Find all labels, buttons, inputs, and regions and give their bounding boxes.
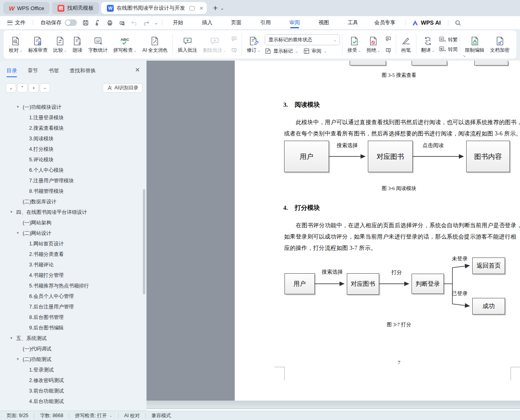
toc-item[interactable]: ▼ (二)功能测试 [0,354,144,365]
toc-item[interactable]: ▼ 7.注册用户管理模块 [0,175,144,186]
expand-all-button[interactable]: ⌄ [6,83,16,93]
menu-review[interactable]: 审阅 [284,16,306,29]
autosave-toggle[interactable]: 自动保存 [35,16,79,29]
menu-page[interactable]: 页面 [225,16,247,29]
toc-item[interactable]: ▼ 8.后台图书管理 [0,312,144,323]
toc-item[interactable]: ▼ 5.评论模块 [0,154,144,165]
ai-recognize-toc-button[interactable]: AI识别目录 [103,83,142,93]
to-simplified-button[interactable]: 繁 转简 [439,46,458,53]
expand-level-button[interactable]: ＋ [28,83,39,93]
caret-down-icon[interactable]: ▼ [10,207,13,217]
clipped-ribbon-button[interactable]: 文 [512,34,517,55]
toc-item[interactable]: ▼ 8.书籍管理模块 [0,186,144,196]
wps-ai-button[interactable]: WPS AI [407,19,446,26]
restrict-editing-button[interactable]: 限制编辑 [462,34,487,55]
toc-item[interactable]: ▼ 3.阅读模块 [0,133,144,144]
ink-pen-button[interactable]: 画笔 [398,34,414,55]
ai-polish-button[interactable]: AI 全文润色 [140,34,171,55]
file-menu[interactable]: 文件 [0,16,31,29]
caret-down-icon[interactable]: ▼ [16,102,19,112]
delete-comment-button[interactable]: 删除批注⌄ [200,34,229,55]
page-indicator[interactable]: 页面: 9/25 [6,412,28,419]
document-page[interactable]: 图 3-5 搜索查看 3.阅读模块 此模块中，用户可以通过直接查看找到图书然后进… [235,61,520,401]
show-marks-button[interactable]: 显示标记⌄ [265,48,298,55]
dialog-launcher-icon[interactable]: ↘ [463,54,466,58]
toc-item[interactable]: ▼ 2.搜索查看模块 [0,123,144,133]
toc-item[interactable]: ▼ (二)网站设计 [0,228,144,238]
toc-item[interactable]: ▼ 2.修改密码测试 [0,375,144,386]
read-aloud-button[interactable]: 朗读 [70,34,85,55]
toc-item[interactable]: ▼ 4.打分模块 [0,144,144,154]
toc-item[interactable]: ▼ 3.书籍评论 [0,260,144,270]
proofread-button[interactable]: 校对⌄ [6,34,25,55]
redo-button[interactable] [140,16,152,29]
toc-item[interactable]: ▼ (二)数据库设计 [0,196,144,207]
new-tab-button[interactable]: + [213,3,218,13]
translate-button[interactable]: 文A 翻译⌄ [418,34,438,55]
toc-item[interactable]: ▼ 4.书籍打分管理 [0,270,144,281]
next-comment-icon[interactable] [230,46,239,54]
word-count-indicator[interactable]: 字数: 8668 [40,412,63,419]
toc-item[interactable]: ▼ 1.注册登录模块 [0,112,144,123]
float-window-icon[interactable] [189,6,195,11]
menu-tools[interactable]: 工具 [342,16,364,29]
sidebar-scrollbar[interactable] [143,189,145,294]
sidebar-tab-contents[interactable]: 目录 [6,67,17,74]
standard-review-button[interactable]: 标准审查 [25,34,51,55]
toc-item[interactable]: ▼ 四、在线图书阅读平台详细设计 [0,207,144,217]
close-sidebar-icon[interactable]: ✕ [135,66,140,74]
collapse-all-button[interactable]: ⌃ [17,83,28,93]
toc-item[interactable]: ▼ (一)网站架构 [0,217,144,228]
accept-button[interactable]: 接受⌄ [344,34,364,55]
sidebar-tab-chapters[interactable]: 章节 [28,67,38,74]
save-button[interactable] [79,16,91,29]
to-traditional-button[interactable]: 简 转繁 [439,36,458,43]
menu-reference[interactable]: 引用 [255,16,276,29]
toc-item[interactable]: ▼ 五、系统测试 [0,333,144,344]
export-pdf-button[interactable] [91,16,104,29]
toc-item[interactable]: ▼ 6.个人中心模块 [0,165,144,175]
menu-home[interactable]: 开始 [167,16,189,29]
tab-list-chevron-icon[interactable]: ⌄ [220,6,224,11]
sidebar-tab-bookmarks[interactable]: 书签 [49,67,59,74]
review-pane-button[interactable]: 审阅⌄ [303,48,327,55]
toc-item[interactable]: ▼ 9.后台图书编辑 [0,323,144,333]
tab-docer-template[interactable]: 稻 找稻壳模板 [52,2,99,14]
menu-view[interactable]: 视图 [313,16,335,29]
toc-item[interactable]: ▼ (一)代码调试 [0,344,144,354]
menu-member[interactable]: 会员专享 [369,16,401,29]
spell-check-button[interactable]: ABC 拼写检查⌄ [110,34,140,55]
insert-comment-button[interactable]: 插入批注 [175,34,200,55]
next-change-icon[interactable] [384,46,393,54]
menu-insert[interactable]: 插入 [196,16,218,29]
previous-comment-icon[interactable] [230,35,239,43]
marks-state-dropdown[interactable]: 显示标记的最终状态⌄ [265,34,340,45]
sidebar-tab-find-replace[interactable]: 查找和替换 [70,67,96,74]
caret-down-icon[interactable]: ▼ [16,354,19,365]
word-count-button[interactable]: 12 字数统计 [85,34,110,55]
compatibility-mode-indicator[interactable]: 兼容模式 [151,412,171,419]
toc-item[interactable]: ▼ 1.网站首页设计 [0,238,144,249]
print-preview-button[interactable] [116,16,128,29]
spell-check-indicator[interactable]: 拼写检查: 打开⌄ [75,412,112,419]
print-button[interactable] [104,16,116,29]
toc-item[interactable]: ▼ 5.书籍推荐与热点书籍排行 [0,281,144,291]
tab-document-active[interactable]: W 在线图书阅读平台设计与开发 ✕ [101,2,207,14]
toc-item[interactable]: ▼ 6.会员个人中心管理 [0,291,144,302]
search-icon[interactable] [452,16,464,29]
undo-redo-chevron-icon[interactable]: ⌄ [152,16,160,29]
toc-item[interactable]: ▼ 3.前台功能测试 [0,386,144,396]
toggle-off-icon[interactable] [65,19,77,26]
ai-proofread-indicator[interactable]: AI 校对 [124,412,140,419]
toc-item[interactable]: ▼ 7.后台注册用户管理 [0,302,144,312]
toc-item[interactable]: ▼ 2.书籍分类查看 [0,249,144,260]
undo-button[interactable] [128,16,140,29]
compare-button[interactable]: 比较⌄ [51,34,70,55]
tab-wps-home[interactable]: W WPS Office [3,2,50,14]
encrypt-document-button[interactable]: 文档加密 [487,34,512,55]
previous-change-icon[interactable] [384,35,393,43]
toc-item[interactable]: ▼ 1.登录测试 [0,365,144,375]
caret-down-icon[interactable]: ▼ [10,333,13,344]
toc-item[interactable]: ▼ 4.后台功能测试 [0,396,144,407]
toc-item[interactable]: ▼ (一)功能模块设计 [0,102,144,112]
